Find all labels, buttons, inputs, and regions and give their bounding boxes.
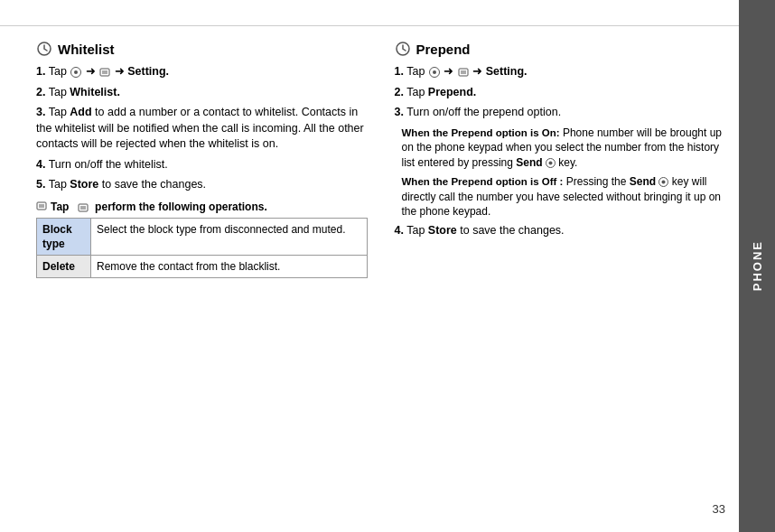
whitelist-step-1: 1. Tap ➜ ➜ Setting. xyxy=(36,64,368,80)
svg-point-2 xyxy=(74,70,78,74)
whitelist-step-2: 2. Tap Whitelist. xyxy=(36,85,368,101)
main-content: Whitelist 1. Tap ➜ ➜ Setting. 2. Tap Whi… xyxy=(36,41,725,496)
prepend-section: Prepend 1. Tap ➜ ➜ Setting. 2. Tap Prepe… xyxy=(395,41,726,496)
svg-point-19 xyxy=(548,162,552,165)
prepend-step-1: 1. Tap ➜ ➜ Setting. xyxy=(395,64,726,80)
right-sidebar: PHONE xyxy=(739,0,775,532)
prepend-heading: Prepend xyxy=(395,41,726,57)
operations-table: Blocktype Select the block type from dis… xyxy=(36,218,368,279)
whitelist-icon xyxy=(36,41,52,57)
prepend-icon xyxy=(395,41,411,57)
table-note-text: Tap perform the following operations. xyxy=(51,201,267,213)
whitelist-title: Whitelist xyxy=(58,42,115,57)
delete-key: Delete xyxy=(37,255,91,277)
svg-point-14 xyxy=(433,70,436,74)
whitelist-step-5: 5. Tap Store to save the changes. xyxy=(36,177,368,193)
whitelist-step-4: 4. Turn on/off the whitelist. xyxy=(36,157,368,173)
prepend-on-note: When the Prepend option is On: Phone num… xyxy=(402,126,726,171)
sidebar-label: PHONE xyxy=(751,240,764,291)
svg-rect-9 xyxy=(79,204,88,211)
svg-rect-6 xyxy=(37,202,46,210)
svg-point-21 xyxy=(662,181,666,184)
table-section: Tap perform the following operations. Bl… xyxy=(36,201,368,279)
block-type-value: Select the block type from disconnected … xyxy=(91,218,368,255)
whitelist-step-3: 3. Tap Add to add a number or a contact … xyxy=(36,105,368,153)
prepend-off-note: When the Prepend option is Off : Pressin… xyxy=(402,174,726,219)
prepend-step-3: 3. Turn on/off the prepend option. xyxy=(395,105,726,121)
svg-rect-15 xyxy=(459,69,468,76)
top-border xyxy=(0,25,739,26)
table-note: Tap perform the following operations. xyxy=(36,201,368,214)
whitelist-heading: Whitelist xyxy=(36,41,368,57)
prepend-step-2: 2. Tap Prepend. xyxy=(395,85,726,101)
page-number: 33 xyxy=(713,502,725,516)
table-note-icon xyxy=(36,201,47,214)
prepend-step-4: 4. Tap Store to save the changes. xyxy=(395,223,726,239)
whitelist-section: Whitelist 1. Tap ➜ ➜ Setting. 2. Tap Whi… xyxy=(36,41,368,496)
svg-rect-3 xyxy=(100,69,109,76)
table-row: Delete Remove the contact from the black… xyxy=(37,255,368,277)
table-row: Blocktype Select the block type from dis… xyxy=(37,218,368,255)
block-type-key: Blocktype xyxy=(37,218,91,255)
delete-value: Remove the contact from the blacklist. xyxy=(91,255,368,277)
prepend-title: Prepend xyxy=(416,42,471,57)
